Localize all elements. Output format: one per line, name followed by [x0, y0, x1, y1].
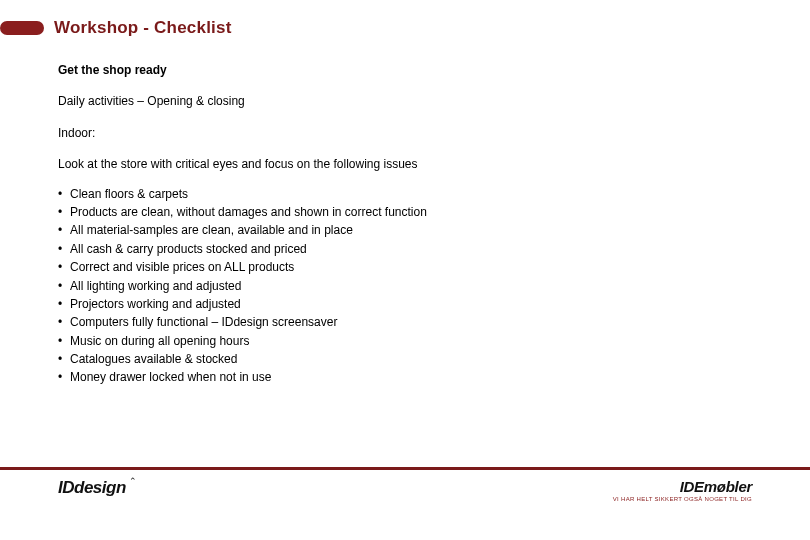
list-item: Clean floors & carpets [58, 186, 810, 203]
footer: IDdesign ⌃ IDEmøbler VI HAR HELT SIKKERT… [0, 467, 810, 502]
subtitle: Daily activities – Opening & closing [58, 93, 810, 110]
logo-iddesign: IDdesign ⌃ [58, 478, 136, 498]
list-item: All cash & carry products stocked and pr… [58, 241, 810, 258]
list-item: Music on during all opening hours [58, 333, 810, 350]
list-item: Correct and visible prices on ALL produc… [58, 259, 810, 276]
logo-iddesign-text: IDdesign [58, 478, 126, 498]
list-item: Computers fully functional – IDdesign sc… [58, 314, 810, 331]
logo-idemobler: IDEmøbler [680, 478, 752, 495]
list-item: All material-samples are clean, availabl… [58, 222, 810, 239]
brand-left: IDdesign ⌃ [58, 478, 136, 498]
content: Get the shop ready Daily activities – Op… [0, 38, 810, 387]
lead-text: Look at the store with critical eyes and… [58, 156, 810, 173]
list-item: Catalogues available & stocked [58, 351, 810, 368]
header-accent-bar [0, 21, 44, 35]
checklist: Clean floors & carpets Products are clea… [58, 186, 810, 387]
logo-idemobler-tagline: VI HAR HELT SIKKERT OGSÅ NOGET TIL DIG [613, 496, 752, 502]
header: Workshop - Checklist [0, 0, 810, 38]
list-item: Projectors working and adjusted [58, 296, 810, 313]
brand-row: IDdesign ⌃ IDEmøbler VI HAR HELT SIKKERT… [0, 478, 810, 502]
list-item: All lighting working and adjusted [58, 278, 810, 295]
logo-mark-icon: ⌃ [129, 476, 137, 486]
page-title: Workshop - Checklist [54, 18, 232, 38]
section-label: Indoor: [58, 125, 810, 142]
brand-right: IDEmøbler VI HAR HELT SIKKERT OGSÅ NOGET… [613, 478, 752, 502]
footer-rule [0, 467, 810, 470]
section-heading: Get the shop ready [58, 62, 810, 79]
list-item: Products are clean, without damages and … [58, 204, 810, 221]
document-page: Workshop - Checklist Get the shop ready … [0, 0, 810, 540]
list-item: Money drawer locked when not in use [58, 369, 810, 386]
